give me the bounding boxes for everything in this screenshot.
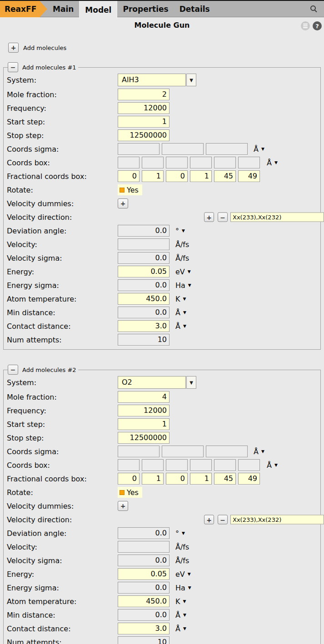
unit-dropdown[interactable]: ° ▼ [175, 227, 185, 235]
system-combobox[interactable]: AlH3 ▼ [118, 74, 196, 86]
chevron-down-icon[interactable]: ▼ [186, 74, 196, 86]
frac-coords-box-field[interactable]: 0 [166, 170, 188, 182]
collapse-group-button[interactable]: − [8, 365, 18, 375]
velocity-direction-field[interactable]: Xx(233),Xx(232) [230, 213, 324, 222]
velocity-field[interactable] [118, 541, 169, 553]
contact-distance-field[interactable]: 3.0 [118, 320, 169, 332]
frequency-field[interactable]: 12000 [118, 102, 169, 114]
atom-temperature-field[interactable]: 450.0 [118, 595, 169, 607]
frac-coords-box-field[interactable]: 45 [214, 473, 236, 485]
add-direction-button[interactable]: + [204, 515, 214, 525]
coords-box-field[interactable] [118, 157, 140, 168]
add-velocity-dummy-button[interactable]: + [118, 198, 128, 208]
coords-sigma-field[interactable] [162, 143, 204, 155]
tab-model[interactable]: Model [79, 1, 117, 19]
add-direction-button[interactable]: + [204, 213, 214, 222]
unit-dropdown[interactable]: ° ▼ [175, 529, 185, 538]
min-distance-field[interactable]: 0.0 [118, 307, 169, 318]
menu-icon[interactable] [301, 21, 310, 30]
coords-box-field[interactable] [238, 157, 260, 168]
energy-sigma-field[interactable]: 0.0 [118, 582, 169, 594]
remove-direction-button[interactable]: − [218, 213, 228, 222]
unit-dropdown[interactable]: Å ▼ [254, 447, 264, 456]
stop-step-field[interactable]: 12500000 [118, 432, 169, 444]
unit-dropdown[interactable]: eV ▼ [175, 570, 191, 579]
frac-coords-box-field[interactable]: 45 [214, 170, 236, 182]
energy-sigma-field[interactable]: 0.0 [118, 279, 169, 291]
tab-reaxff[interactable]: ReaxFF [0, 1, 47, 17]
add-molecules-button[interactable]: + [8, 43, 19, 53]
velocity-direction-field[interactable]: Xx(233),Xx(232) [230, 515, 324, 525]
frac-coords-box-field[interactable]: 49 [238, 170, 260, 182]
system-value[interactable]: O2 [118, 376, 186, 389]
add-velocity-dummy-button[interactable]: + [118, 501, 128, 511]
unit-dropdown[interactable]: Ha ▼ [175, 281, 191, 290]
deviation-angle-field[interactable]: 0.0 [118, 225, 169, 237]
frac-coords-box-field[interactable]: 0 [118, 473, 140, 485]
frac-coords-box-field[interactable]: 0 [118, 170, 140, 182]
chevron-down-icon[interactable]: ▼ [186, 376, 196, 389]
coords-sigma-field[interactable] [118, 143, 160, 155]
coords-box-field[interactable] [190, 157, 212, 168]
velocity-field[interactable] [118, 238, 169, 250]
coords-box-field[interactable] [118, 459, 140, 471]
frequency-field[interactable]: 12000 [118, 405, 169, 416]
unit-dropdown[interactable]: Å ▼ [254, 145, 264, 154]
stop-step-field[interactable]: 12500000 [118, 129, 169, 141]
coords-box-field[interactable] [142, 157, 164, 168]
energy-field[interactable]: 0.05 [118, 568, 169, 580]
frac-coords-box-field[interactable]: 0 [166, 473, 188, 485]
num-attempts-field[interactable]: 10 [118, 636, 169, 644]
mole-fraction-field[interactable]: 2 [118, 89, 169, 100]
coords-box-field[interactable] [238, 459, 260, 471]
remove-direction-button[interactable]: − [218, 515, 228, 525]
unit-dropdown[interactable]: K ▼ [175, 295, 186, 303]
tab-details[interactable]: Details [174, 1, 215, 17]
velocity-sigma-field[interactable]: 0.0 [118, 555, 169, 566]
atom-temperature-field[interactable]: 450.0 [118, 293, 169, 305]
coords-box-field[interactable] [190, 459, 212, 471]
start-step-field[interactable]: 1 [118, 418, 169, 430]
mole-fraction-field[interactable]: 4 [118, 391, 169, 403]
num-attempts-field[interactable]: 10 [118, 334, 169, 346]
frac-coords-box-field[interactable]: 1 [142, 170, 164, 182]
velocity-sigma-field[interactable]: 0.0 [118, 252, 169, 264]
unit-dropdown[interactable]: K ▼ [175, 597, 186, 606]
coords-box-field[interactable] [142, 459, 164, 471]
rotate-checkbox[interactable]: Yes [118, 487, 142, 498]
unit-dropdown[interactable]: Å ▼ [175, 624, 186, 633]
rotate-checkbox[interactable]: Yes [118, 184, 142, 195]
unit-dropdown[interactable]: Å ▼ [175, 308, 186, 317]
search-icon[interactable] [310, 5, 318, 13]
start-step-field[interactable]: 1 [118, 116, 169, 128]
unit-dropdown[interactable]: Å ▼ [175, 611, 186, 619]
chevron-down-icon: ▼ [182, 531, 185, 535]
unit-dropdown[interactable]: Å ▼ [267, 159, 278, 167]
coords-sigma-field[interactable] [206, 143, 248, 155]
tab-properties[interactable]: Properties [117, 1, 174, 17]
frac-coords-box-field[interactable]: 1 [190, 170, 212, 182]
coords-box-field[interactable] [166, 157, 188, 168]
contact-distance-field[interactable]: 3.0 [118, 623, 169, 634]
unit-dropdown[interactable]: Å ▼ [267, 461, 278, 470]
help-icon[interactable]: ? [313, 21, 322, 30]
unit-dropdown[interactable]: eV ▼ [175, 268, 191, 276]
unit-dropdown[interactable]: Ha ▼ [175, 584, 191, 592]
unit-dropdown[interactable]: Å ▼ [175, 322, 186, 331]
coords-sigma-field[interactable] [206, 446, 248, 457]
coords-sigma-field[interactable] [162, 446, 204, 457]
tab-main[interactable]: Main [47, 1, 79, 17]
energy-field[interactable]: 0.05 [118, 266, 169, 277]
system-combobox[interactable]: O2 ▼ [118, 376, 196, 389]
deviation-angle-field[interactable]: 0.0 [118, 527, 169, 539]
frac-coords-box-field[interactable]: 1 [190, 473, 212, 485]
coords-box-field[interactable] [214, 157, 236, 168]
system-value[interactable]: AlH3 [118, 74, 186, 86]
frac-coords-box-field[interactable]: 1 [142, 473, 164, 485]
collapse-group-button[interactable]: − [8, 62, 18, 72]
coords-box-field[interactable] [166, 459, 188, 471]
min-distance-field[interactable]: 0.0 [118, 609, 169, 621]
frac-coords-box-field[interactable]: 49 [238, 473, 260, 485]
coords-box-field[interactable] [214, 459, 236, 471]
coords-sigma-field[interactable] [118, 446, 160, 457]
